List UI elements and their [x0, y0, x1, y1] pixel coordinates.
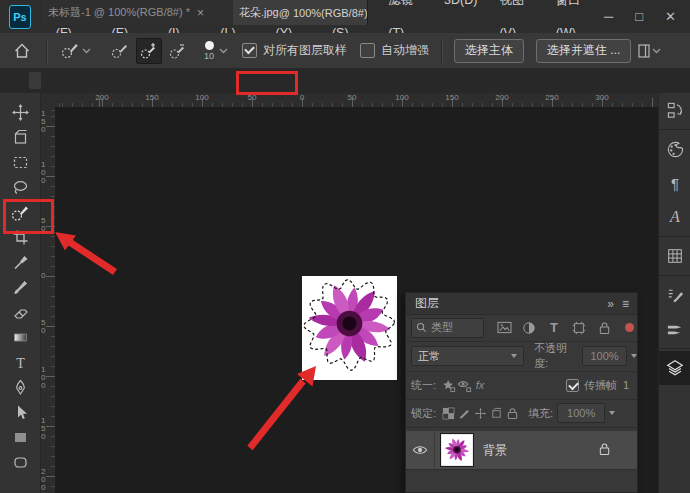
unify-row: 统一: fx 传播帧 1 — [406, 371, 637, 400]
ruler-label: 200 — [41, 468, 49, 492]
opacity-value[interactable]: 100% — [582, 346, 627, 366]
select-subject-button[interactable]: 选择主体 — [454, 39, 524, 63]
select-and-mask-button[interactable]: 选择并遮住 ... — [536, 39, 631, 63]
unify-position-icon[interactable] — [440, 377, 456, 393]
lasso-tool[interactable] — [0, 175, 40, 200]
layers-filter-row: 类型 T — [406, 314, 637, 342]
document-tab-untitled[interactable]: 未标题-1 @ 100%(RGB/8#) * × — [42, 0, 240, 25]
chevron-down-icon[interactable] — [631, 354, 637, 358]
glyphs-panel-icon[interactable]: A — [659, 200, 690, 234]
ruler-label: 300 — [595, 93, 608, 102]
layer-visibility-cell[interactable] — [406, 431, 435, 469]
tab-close-icon[interactable]: × — [197, 6, 204, 20]
paragraph-panel-icon[interactable]: ¶ — [659, 166, 690, 200]
blend-mode-select[interactable]: 正常 — [411, 346, 524, 366]
options-overflow-chevron-icon[interactable] — [652, 46, 662, 56]
panel-dock: ¶ A — [658, 93, 690, 493]
ruler-label: 50 — [248, 93, 257, 102]
ruler-label: 50 — [348, 93, 357, 102]
filter-smart-objects-icon[interactable] — [596, 320, 612, 336]
ruler-label: 50 — [41, 319, 49, 335]
sample-all-layers-checkbox[interactable] — [242, 43, 257, 58]
filter-shape-layers-icon[interactable] — [571, 320, 587, 336]
layer-row-background[interactable]: 背景 — [406, 431, 637, 470]
layer-lock-icon[interactable] — [598, 442, 611, 458]
layer-filter-type-select[interactable]: 类型 — [411, 318, 484, 338]
layer-filter-toggle-icon[interactable] — [621, 320, 637, 336]
brush-preview-icon — [205, 41, 214, 50]
close-button[interactable]: ✕ — [665, 9, 676, 24]
grid-panel-icon[interactable] — [659, 239, 690, 273]
crop-tool[interactable] — [0, 225, 40, 250]
propagate-frame-checkbox[interactable] — [566, 379, 579, 392]
layers-panel-icon[interactable] — [659, 351, 690, 385]
minimize-button[interactable]: ─ — [604, 9, 613, 24]
history-panel-icon[interactable] — [659, 93, 690, 127]
brush-settings-panel-icon[interactable] — [659, 278, 690, 312]
brush-size-picker[interactable]: 10 — [204, 41, 214, 61]
ruler-label: 100 — [41, 161, 49, 185]
rounded-rectangle-tool[interactable] — [0, 450, 40, 475]
horizontal-ruler: 20015010050050100150200250300 — [55, 93, 658, 108]
maximize-button[interactable]: □ — [635, 9, 643, 24]
unify-visibility-icon[interactable] — [456, 377, 472, 393]
panel-menu-icon[interactable]: ≡ — [622, 297, 629, 311]
layers-panel-title[interactable]: 图层 — [415, 295, 439, 312]
subtract-from-selection-icon[interactable] — [166, 39, 190, 63]
lock-artboard-icon[interactable] — [488, 405, 504, 421]
ruler-label: 150 — [41, 417, 49, 441]
lock-image-pixels-icon[interactable] — [456, 405, 472, 421]
artboard-tool[interactable] — [0, 125, 40, 150]
workspace-panel-icon[interactable] — [636, 39, 652, 63]
layer-name[interactable]: 背景 — [483, 442, 507, 459]
brush-size-chevron-icon[interactable] — [219, 46, 229, 56]
home-icon[interactable] — [10, 39, 34, 63]
type-tool[interactable]: T — [0, 350, 40, 375]
propagate-frame-label: 传播帧 — [584, 378, 617, 393]
window-controls: ─ □ ✕ — [604, 9, 676, 24]
lock-position-icon[interactable] — [472, 405, 488, 421]
rectangle-tool[interactable] — [0, 425, 40, 450]
lock-transparent-pixels-icon[interactable] — [440, 405, 456, 421]
ruler-label: 100 — [395, 93, 408, 102]
toolbar-header-chip — [29, 72, 41, 89]
color-panel-icon[interactable] — [659, 132, 690, 166]
eyedropper-tool[interactable] — [0, 250, 40, 275]
opacity-label: 不透明度: — [534, 341, 578, 371]
tools-panel: T — [0, 93, 41, 493]
tab-title-suffix: @ 100%(RGB/8#) * — [279, 7, 368, 19]
layer-thumbnail[interactable] — [441, 434, 473, 466]
unify-label: 统一: — [411, 378, 436, 393]
panel-collapse-icon[interactable]: » — [607, 297, 614, 311]
move-tool[interactable] — [0, 100, 40, 125]
blend-mode-row: 正常 不透明度: 100% — [406, 341, 637, 372]
filter-pixel-layers-icon[interactable] — [496, 320, 512, 336]
tab-filename: 花朵.jpg — [239, 5, 279, 20]
auto-enhance-label: 自动增强 — [381, 42, 429, 59]
path-selection-tool[interactable] — [0, 400, 40, 425]
layers-panel-header: 图层 » ≡ — [406, 293, 637, 315]
selection-brush-tool-preview-icon[interactable] — [58, 39, 82, 63]
add-to-selection-icon[interactable] — [136, 38, 162, 64]
filter-type-layers-icon[interactable]: T — [546, 320, 562, 336]
document-tab-flower[interactable]: 花朵.jpg @ 100%(RGB/8#) * × — [233, 0, 368, 25]
brushes-panel-icon[interactable] — [659, 312, 690, 346]
document-image[interactable] — [302, 276, 397, 380]
gradient-tool[interactable] — [0, 325, 40, 350]
search-icon — [416, 322, 427, 333]
sample-all-layers-label: 对所有图层取样 — [263, 42, 347, 59]
lock-all-icon[interactable] — [504, 405, 520, 421]
tool-preset-chevron-icon[interactable] — [82, 46, 92, 56]
unify-effects-icon[interactable]: fx — [472, 377, 488, 393]
ruler-label: 50 — [41, 217, 49, 233]
fill-value[interactable]: 100% — [557, 403, 605, 423]
pen-tool[interactable] — [0, 375, 40, 400]
auto-enhance-checkbox[interactable] — [360, 43, 375, 58]
eraser-tool[interactable] — [0, 300, 40, 325]
filter-adjustment-layers-icon[interactable] — [521, 320, 537, 336]
new-selection-icon[interactable] — [108, 39, 132, 63]
rectangular-marquee-tool[interactable] — [0, 150, 40, 175]
chevron-down-icon[interactable] — [609, 411, 615, 415]
brush-tool[interactable] — [0, 275, 40, 300]
selection-brush-tool[interactable] — [0, 200, 40, 225]
